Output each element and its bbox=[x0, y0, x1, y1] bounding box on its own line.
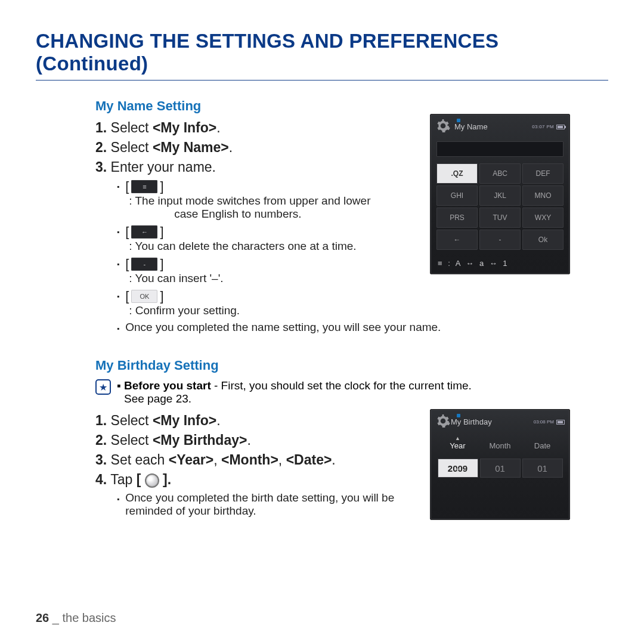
name-input-field[interactable] bbox=[436, 141, 564, 157]
key-mno[interactable]: MNO bbox=[522, 185, 564, 206]
my-name-heading: My Name Setting bbox=[95, 98, 608, 114]
key-def[interactable]: DEF bbox=[522, 163, 564, 184]
device-mybd-time: 03:08 PM bbox=[534, 419, 565, 425]
star-icon: ★ bbox=[95, 379, 111, 395]
mode-key-icon: ≡ bbox=[131, 180, 157, 193]
before-you-start-note: ★ ▪ Before you start - First, you should… bbox=[95, 379, 608, 405]
val-date[interactable]: 01 bbox=[522, 459, 563, 478]
gear-icon bbox=[435, 118, 451, 135]
key-wxy[interactable]: WXY bbox=[522, 208, 564, 228]
page-title: CHANGING THE SETTINGS AND PREFERENCES (C… bbox=[36, 30, 608, 80]
keypad: .QZ ABC DEF GHI JKL MNO PRS TUV WXY bbox=[435, 162, 565, 252]
device-mybd-title: My Birthday bbox=[451, 417, 492, 426]
key-jkl[interactable]: JKL bbox=[479, 185, 521, 206]
my-birthday-heading: My Birthday Setting bbox=[95, 358, 608, 373]
tab-month[interactable]: Month bbox=[479, 441, 521, 456]
mode-bar: ≡ : A ↔ a ↔ 1 bbox=[431, 255, 569, 274]
key-abc[interactable]: ABC bbox=[479, 163, 521, 184]
key-back[interactable]: ← bbox=[436, 230, 478, 250]
tab-date[interactable]: Date bbox=[521, 441, 564, 456]
page-footer: 26 _ the basics bbox=[36, 611, 116, 625]
tab-year[interactable]: Year bbox=[436, 441, 479, 456]
key-tuv[interactable]: TUV bbox=[479, 208, 521, 228]
device-myname-time: 03:07 PM bbox=[532, 124, 565, 129]
device-myname-screenshot: My Name 03:07 PM .QZ ABC DEF GHI JKL MNO bbox=[430, 114, 570, 274]
device-myname-title: My Name bbox=[454, 122, 488, 131]
device-mybirthday-screenshot: My Birthday 03:08 PM Year Month Date 200… bbox=[430, 409, 570, 520]
key-ok[interactable]: Ok bbox=[522, 230, 564, 250]
dash-key-icon: - bbox=[131, 258, 157, 271]
key-qz[interactable]: .QZ bbox=[436, 163, 478, 184]
key-prs[interactable]: PRS bbox=[436, 208, 478, 228]
ok-key-icon: OK bbox=[131, 290, 157, 303]
gear-icon bbox=[435, 413, 451, 431]
name-bullet-ok: [ OK ] : Confirm your setting. bbox=[117, 289, 608, 317]
back-key-icon: ← bbox=[131, 225, 157, 239]
center-button-icon bbox=[145, 473, 159, 488]
key-ghi[interactable]: GHI bbox=[436, 185, 478, 206]
key-dash[interactable]: - bbox=[479, 230, 521, 250]
name-bullet-complete: Once you completed the name setting, you… bbox=[117, 321, 608, 334]
val-month[interactable]: 01 bbox=[480, 459, 521, 478]
